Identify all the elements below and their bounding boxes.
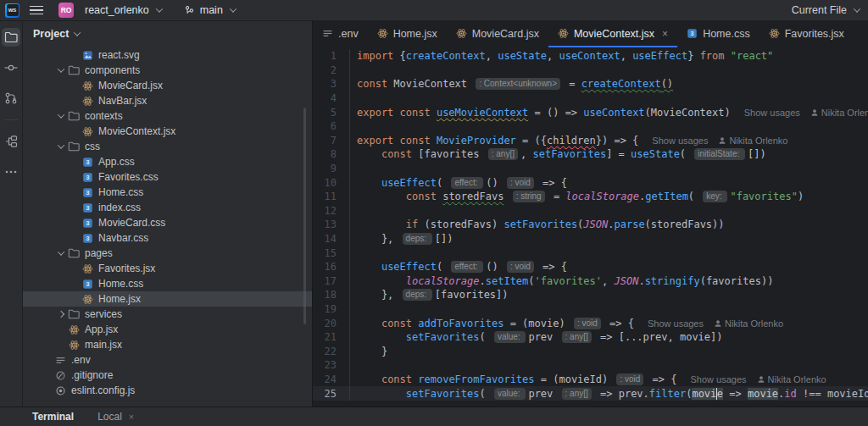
project-folder-icon[interactable] xyxy=(2,28,20,47)
code-line[interactable]: 10 useEffect( effect: () : void => { xyxy=(313,175,868,190)
code-line[interactable]: 13 if (storedFavs) setFavorites(JSON.par… xyxy=(313,218,868,232)
terminal-title[interactable]: Terminal xyxy=(32,411,74,423)
tree-item--gitignore[interactable]: .gitignore xyxy=(23,368,312,383)
tab-moviecard-jsx[interactable]: MovieCard.jsx xyxy=(447,21,548,47)
tree-item-contexts[interactable]: contexts xyxy=(23,108,312,124)
code-line[interactable]: 23 xyxy=(313,358,868,373)
vcs-icon[interactable] xyxy=(2,89,20,108)
code-line[interactable]: 2 xyxy=(313,64,868,78)
run-configuration-selector[interactable]: Current File xyxy=(792,4,860,16)
show-usages-link[interactable]: Show usages xyxy=(652,136,708,146)
code-line[interactable]: 19 xyxy=(313,302,868,317)
project-panel-header[interactable]: Project xyxy=(23,21,312,47)
tree-item-pages[interactable]: pages xyxy=(23,246,312,261)
react-icon xyxy=(81,263,94,274)
chevron-right-icon[interactable] xyxy=(55,312,67,317)
line-number: 13 xyxy=(313,218,350,232)
tree-item-moviecontext-jsx[interactable]: MovieContext.jsx xyxy=(23,124,312,139)
tab--env[interactable]: .env xyxy=(313,21,368,47)
code-token: () xyxy=(486,177,504,189)
line-number: 8 xyxy=(313,147,350,162)
tree-item-index-css[interactable]: 3index.css xyxy=(23,200,312,215)
tree-item--env[interactable]: .env xyxy=(23,352,312,368)
code-line[interactable]: 16 useEffect( effect: () : void => { xyxy=(313,260,868,274)
tree-item-favorites-jsx[interactable]: Favorites.jsx xyxy=(23,261,312,276)
code-line[interactable]: 21 setFavorites( value: prev : any[] => … xyxy=(313,330,868,345)
close-icon[interactable]: × xyxy=(662,28,668,40)
code-token: const xyxy=(406,191,442,202)
tree-item-home-jsx[interactable]: Home.jsx xyxy=(23,291,312,307)
tree-item-moviecard-jsx[interactable]: MovieCard.jsx xyxy=(23,78,312,93)
tree-item-favorites-css[interactable]: 3Favorites.css xyxy=(23,169,312,185)
chevron-down-icon[interactable] xyxy=(55,113,67,119)
code-line[interactable]: 3const MovieContext : Context<unknown> =… xyxy=(313,77,868,91)
code-token: }, xyxy=(357,233,400,245)
tree-item-components[interactable]: components xyxy=(23,63,312,78)
project-scrollbar[interactable] xyxy=(303,108,306,324)
tab-moviecontext-jsx[interactable]: MovieContext.jsx× xyxy=(548,21,677,47)
show-usages-link[interactable]: Show usages xyxy=(691,374,747,385)
code-token: (MovieContext) xyxy=(645,107,731,119)
tree-item-home-css[interactable]: 3Home.css xyxy=(23,276,312,291)
tab-home-jsx[interactable]: Home.jsx xyxy=(368,21,447,47)
code-line[interactable]: 17 localStorage.setItem('favorites', JSO… xyxy=(313,274,868,289)
structure-icon[interactable] xyxy=(2,132,20,151)
commit-icon[interactable] xyxy=(2,58,20,77)
tree-item-label: Home.css xyxy=(98,278,143,290)
code-line[interactable]: 18 }, deps: [favorites]) xyxy=(313,288,868,302)
tree-item-services[interactable]: services xyxy=(23,307,312,322)
tree-item-moviecard-css[interactable]: 3MovieCard.css xyxy=(23,215,312,230)
chevron-down-icon[interactable] xyxy=(55,68,67,73)
line-number: 4 xyxy=(313,91,350,106)
code-editor[interactable]: 1import {createContext, useState, useCon… xyxy=(313,47,868,407)
line-number: 14 xyxy=(313,232,350,246)
code-line[interactable]: 9 xyxy=(313,162,868,176)
branch-widget[interactable]: main xyxy=(184,4,236,16)
line-content: const addToFavorites = (movie) : void =>… xyxy=(350,318,783,329)
terminal-tab-local[interactable]: Local × xyxy=(97,411,134,423)
code-author-link[interactable]: Nikita Orlenko xyxy=(718,136,787,146)
tree-item-app-jsx[interactable]: App.jsx xyxy=(23,322,312,337)
code-line[interactable]: 1import {createContext, useState, useCon… xyxy=(313,49,868,64)
code-token xyxy=(357,388,406,400)
code-token: useState xyxy=(498,50,547,62)
project-tool-window: Project react.svgcomponentsMovieCard.jsx… xyxy=(23,21,313,407)
inlay-hint: : any[] xyxy=(562,388,592,400)
code-line[interactable]: 4 xyxy=(313,91,868,106)
code-line[interactable]: 7export const MovieProvider = ({children… xyxy=(313,134,868,148)
code-author-link[interactable]: Nikita Orlenko xyxy=(810,108,868,118)
code-line[interactable]: 12 xyxy=(313,204,868,219)
code-line[interactable]: 8 const [favorites : any[], setFavorites… xyxy=(313,147,868,162)
tree-item-eslint-config-js[interactable]: eslint.config.js xyxy=(23,383,312,398)
show-usages-link[interactable]: Show usages xyxy=(744,108,800,118)
tree-item-home-css[interactable]: 3Home.css xyxy=(23,185,312,200)
tree-item-react-svg[interactable]: react.svg xyxy=(23,47,312,63)
react-icon xyxy=(67,340,81,351)
tree-item-navbar-jsx[interactable]: NavBar.jsx xyxy=(23,93,312,108)
close-icon[interactable]: × xyxy=(129,412,134,422)
show-usages-link[interactable]: Show usages xyxy=(648,318,704,329)
code-author-link[interactable]: Nikita Orlenko xyxy=(757,374,826,385)
code-line[interactable]: 15 xyxy=(313,246,868,260)
code-line[interactable]: 6 xyxy=(313,119,868,134)
code-line[interactable]: 11 const storedFavs : string = localStor… xyxy=(313,190,868,204)
author-name: Nikita Orlenko xyxy=(821,108,868,118)
project-widget[interactable]: RO react_orlenko xyxy=(58,3,162,18)
main-menu-icon[interactable] xyxy=(30,6,43,15)
more-icon[interactable] xyxy=(2,163,20,181)
tab-favorites-jsx[interactable]: Favorites.jsx xyxy=(760,21,854,47)
code-line[interactable]: 5export const useMovieContext = () => us… xyxy=(313,105,868,119)
code-line[interactable]: 20 const addToFavorites = (movie) : void… xyxy=(313,316,868,330)
chevron-down-icon[interactable] xyxy=(55,144,67,149)
code-author-link[interactable]: Nikita Orlenko xyxy=(714,318,783,329)
tree-item-main-jsx[interactable]: main.jsx xyxy=(23,337,312,352)
code-line[interactable]: 14 }, deps: []) xyxy=(313,232,868,246)
tab-home-css[interactable]: 3Home.css xyxy=(677,21,760,47)
code-line[interactable]: 24 const removeFromFavorites = (movieId)… xyxy=(313,373,868,387)
tree-item-navbar-css[interactable]: 3Navbar.css xyxy=(23,230,312,246)
code-line[interactable]: 25 setFavorites( value: prev : any[] => … xyxy=(313,386,868,401)
tree-item-css[interactable]: css xyxy=(23,139,312,154)
tree-item-app-css[interactable]: 3App.css xyxy=(23,154,312,169)
code-line[interactable]: 22 } xyxy=(313,344,868,358)
chevron-down-icon[interactable] xyxy=(55,251,67,256)
